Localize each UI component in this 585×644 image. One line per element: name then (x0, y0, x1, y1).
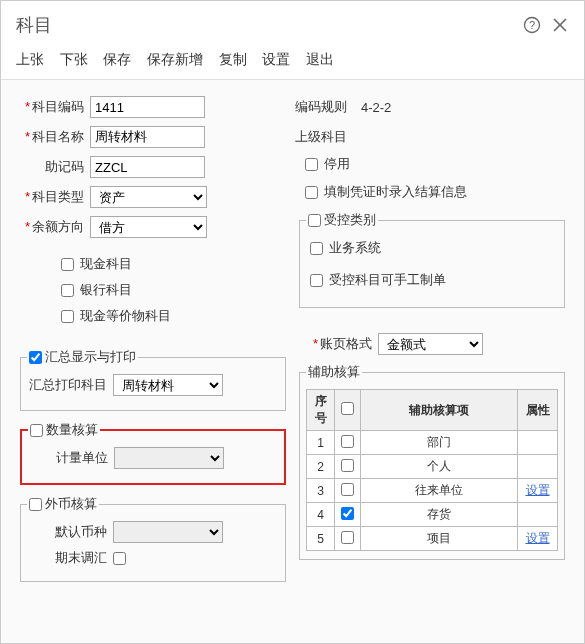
attr-link[interactable]: 设置 (526, 483, 550, 497)
h-check (335, 390, 361, 431)
aux-legend: 辅助核算 (306, 363, 362, 381)
code-label: 科目编码 (16, 98, 84, 116)
aux-table: 序号 辅助核算项 属性 1部门2个人3往来单位设置4存货5项目设置 (306, 389, 558, 551)
default-curr-select[interactable] (113, 521, 223, 543)
cell-item: 部门 (361, 431, 518, 455)
cash-label: 现金科目 (80, 255, 132, 273)
summary-fieldset: 汇总显示与打印 汇总打印科目 周转材料 (20, 348, 286, 411)
cell-attr (518, 431, 558, 455)
cell-attr (518, 455, 558, 479)
menu-save[interactable]: 保存 (103, 51, 131, 67)
manual-label: 受控科目可手工制单 (329, 271, 446, 289)
controlled-checkbox[interactable] (308, 214, 321, 227)
cell-item: 个人 (361, 455, 518, 479)
biz-label: 业务系统 (329, 239, 381, 257)
row-checkbox[interactable] (341, 459, 354, 472)
name-label: 科目名称 (16, 128, 84, 146)
adjust-label: 期末调汇 (27, 549, 107, 567)
currency-checkbox[interactable] (29, 498, 42, 511)
h-item: 辅助核算项 (361, 390, 518, 431)
menu-save-new[interactable]: 保存新增 (147, 51, 203, 67)
unit-label: 计量单位 (28, 449, 108, 467)
menu-next[interactable]: 下张 (60, 51, 88, 67)
h-check-all[interactable] (341, 402, 354, 415)
rule-value: 4-2-2 (361, 100, 391, 115)
menu-copy[interactable]: 复制 (219, 51, 247, 67)
table-row: 2个人 (307, 455, 558, 479)
table-row: 3往来单位设置 (307, 479, 558, 503)
balance-select[interactable]: 借方 (90, 216, 207, 238)
cell-seq: 3 (307, 479, 335, 503)
cell-seq: 5 (307, 527, 335, 551)
h-seq: 序号 (307, 390, 335, 431)
disabled-checkbox[interactable] (305, 158, 318, 171)
manual-checkbox[interactable] (310, 274, 323, 287)
row-checkbox[interactable] (341, 531, 354, 544)
mnemonic-label: 助记码 (16, 158, 84, 176)
currency-legend: 外币核算 (45, 496, 97, 511)
type-select[interactable]: 资产 (90, 186, 207, 208)
attr-link[interactable]: 设置 (526, 531, 550, 545)
controlled-legend: 受控类别 (324, 212, 376, 227)
parent-label: 上级科目 (295, 128, 355, 146)
cell-attr: 设置 (518, 527, 558, 551)
cell-item: 项目 (361, 527, 518, 551)
mnemonic-input[interactable] (90, 156, 205, 178)
default-curr-label: 默认币种 (27, 523, 107, 541)
recalc-label: 填制凭证时录入结算信息 (324, 183, 467, 201)
bank-label: 银行科目 (80, 281, 132, 299)
summary-checkbox[interactable] (29, 351, 42, 364)
table-row: 1部门 (307, 431, 558, 455)
cash-eq-label: 现金等价物科目 (80, 307, 171, 325)
row-checkbox[interactable] (341, 435, 354, 448)
recalc-checkbox[interactable] (305, 186, 318, 199)
cell-item: 往来单位 (361, 479, 518, 503)
balance-label: 余额方向 (16, 218, 84, 236)
aux-fieldset: 辅助核算 序号 辅助核算项 属性 1部门2个人3往来单位设置4存货5项目设置 (299, 363, 565, 560)
format-label: 账页格式 (313, 335, 372, 353)
cell-attr: 设置 (518, 479, 558, 503)
cash-checkbox[interactable] (61, 258, 74, 271)
adjust-checkbox[interactable] (113, 552, 126, 565)
menu-prev[interactable]: 上张 (16, 51, 44, 67)
biz-checkbox[interactable] (310, 242, 323, 255)
summary-legend: 汇总显示与打印 (45, 349, 136, 364)
cell-check (335, 503, 361, 527)
help-icon[interactable]: ? (523, 16, 541, 34)
cell-check (335, 527, 361, 551)
name-input[interactable] (90, 126, 205, 148)
cell-check (335, 479, 361, 503)
menu-exit[interactable]: 退出 (306, 51, 334, 67)
close-icon[interactable] (551, 16, 569, 34)
table-row: 5项目设置 (307, 527, 558, 551)
cell-item: 存货 (361, 503, 518, 527)
bank-checkbox[interactable] (61, 284, 74, 297)
quantity-checkbox[interactable] (30, 424, 43, 437)
unit-select[interactable] (114, 447, 224, 469)
cell-seq: 1 (307, 431, 335, 455)
cell-attr (518, 503, 558, 527)
type-label: 科目类型 (16, 188, 84, 206)
currency-fieldset: 外币核算 默认币种 期末调汇 (20, 495, 286, 582)
svg-text:?: ? (529, 19, 535, 31)
rule-label: 编码规则 (295, 98, 355, 116)
cell-check (335, 431, 361, 455)
cell-check (335, 455, 361, 479)
code-input[interactable] (90, 96, 205, 118)
row-checkbox[interactable] (341, 507, 354, 520)
controlled-fieldset: 受控类别 业务系统 受控科目可手工制单 (299, 211, 565, 308)
h-attr: 属性 (518, 390, 558, 431)
summary-print-select[interactable]: 周转材料 (113, 374, 223, 396)
cell-seq: 2 (307, 455, 335, 479)
cell-seq: 4 (307, 503, 335, 527)
menu-settings[interactable]: 设置 (262, 51, 290, 67)
disabled-label: 停用 (324, 155, 350, 173)
quantity-legend: 数量核算 (46, 422, 98, 437)
quantity-fieldset: 数量核算 计量单位 (20, 421, 286, 485)
row-checkbox[interactable] (341, 483, 354, 496)
table-row: 4存货 (307, 503, 558, 527)
cash-eq-checkbox[interactable] (61, 310, 74, 323)
dialog-title: 科目 (16, 13, 52, 37)
format-select[interactable]: 金额式 (378, 333, 483, 355)
summary-print-label: 汇总打印科目 (27, 376, 107, 394)
